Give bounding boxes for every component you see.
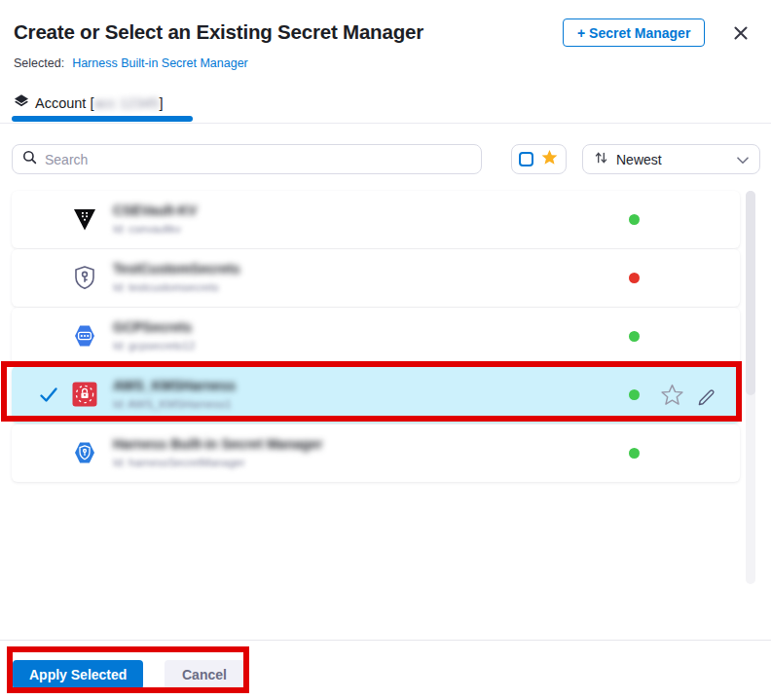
list-scrollbar[interactable]: [746, 191, 755, 584]
secret-manager-modal: Create or Select an Existing Secret Mana…: [0, 0, 771, 700]
search-input[interactable]: [45, 152, 471, 167]
selected-label: Selected:: [14, 56, 64, 70]
selected-line: Selected: Harness Built-in Secret Manage…: [14, 56, 248, 70]
status-dot-connected: [629, 448, 640, 459]
chevron-down-icon: [737, 151, 749, 168]
edit-pencil-icon[interactable]: [696, 385, 717, 410]
sort-dropdown[interactable]: Newest: [582, 144, 760, 174]
tab-account[interactable]: Account [acc 12345]: [14, 93, 163, 112]
secret-manager-row-gcp[interactable]: GCPSecrets Id: gcpsecrets12: [12, 308, 740, 365]
secret-manager-name: TestCustomSecrets: [113, 261, 239, 276]
tab-account-label: Account [: [35, 95, 93, 111]
tab-account-label-suffix: ]: [159, 95, 163, 111]
secret-manager-name: GCPSecrets: [113, 319, 195, 335]
secret-manager-id: Id: AWS_KMSHarness1: [113, 398, 236, 410]
gcp-secret-manager-icon: [71, 322, 98, 350]
secret-manager-id: Id: csevaultkv: [113, 223, 197, 235]
favorites-checkbox[interactable]: [519, 152, 533, 166]
sort-selected-value: Newest: [616, 152, 662, 167]
layers-icon: [14, 93, 29, 112]
favorite-star-icon[interactable]: [660, 383, 684, 411]
secret-manager-id: Id: harnessSecretManager: [113, 457, 323, 468]
footer-divider: [0, 640, 771, 641]
page-title: Create or Select an Existing Secret Mana…: [14, 20, 423, 44]
status-dot-failed: [629, 273, 640, 283]
secret-manager-row-harness-builtin[interactable]: Harness Built-in Secret Manager Id: harn…: [12, 424, 740, 482]
favorites-filter[interactable]: [511, 144, 567, 174]
status-dot-connected: [629, 331, 640, 342]
sort-icon: [594, 150, 608, 169]
secret-manager-row-aws-kms-selected[interactable]: AWS_KMSHarness Id: AWS_KMSHarness1: [12, 366, 740, 424]
secret-manager-name: AWS_KMSHarness: [113, 378, 236, 393]
aws-kms-icon: [71, 381, 98, 408]
search-box: [12, 144, 482, 174]
secret-manager-list: CSEVault-KV Id: csevaultkv TestCustomSec…: [12, 191, 740, 483]
star-filter-icon: [540, 148, 559, 170]
status-dot-connected: [629, 389, 640, 400]
secret-manager-id: Id: gcpsecrets12: [113, 340, 195, 351]
scrollbar-thumb[interactable]: [746, 191, 755, 395]
harness-secret-manager-icon: [71, 439, 98, 466]
vault-icon: [71, 205, 98, 233]
search-icon: [22, 150, 37, 168]
status-dot-connected: [629, 214, 640, 225]
close-icon[interactable]: [731, 23, 751, 43]
cancel-button[interactable]: Cancel: [165, 660, 244, 689]
secret-manager-name: CSEVault-KV: [113, 203, 197, 218]
secret-manager-id: Id: testcustomsecrets: [113, 281, 239, 293]
secret-manager-row-vault[interactable]: CSEVault-KV Id: csevaultkv: [12, 191, 740, 248]
apply-selected-button[interactable]: Apply Selected: [13, 660, 143, 689]
active-tab-indicator: [12, 116, 193, 122]
tab-bar: Account [acc 12345]: [0, 90, 771, 124]
secret-manager-row-custom[interactable]: TestCustomSecrets Id: testcustomsecrets: [12, 249, 740, 307]
tab-account-count-blurred: acc 12345: [93, 95, 159, 111]
secret-manager-name: Harness Built-in Secret Manager: [113, 436, 323, 452]
selected-check-icon: [39, 387, 58, 407]
custom-secret-manager-icon: [71, 264, 98, 291]
new-secret-manager-button[interactable]: + Secret Manager: [563, 18, 705, 47]
selected-secret-manager-link[interactable]: Harness Built-in Secret Manager: [72, 56, 248, 70]
